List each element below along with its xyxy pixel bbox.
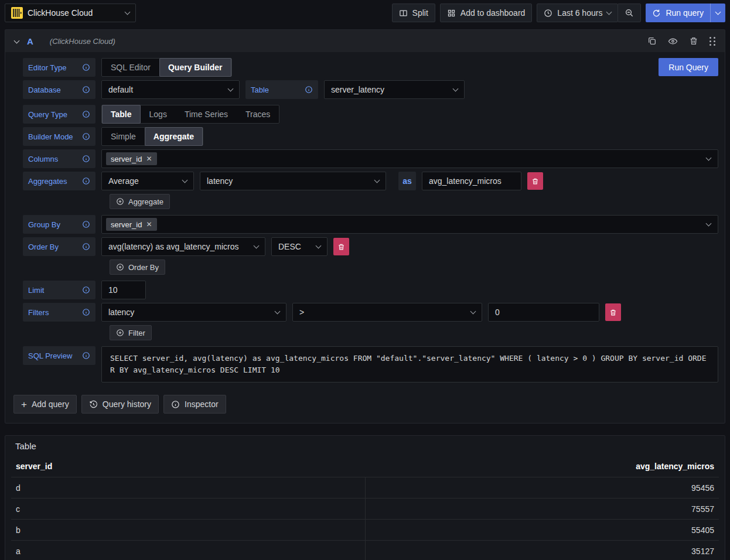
cell-server-id: b [11,520,365,540]
split-icon [399,9,408,18]
drag-handle-icon[interactable] [709,37,715,46]
table-panel: Table server_id avg_latency_micros d 954… [5,435,725,560]
panel-title: Table [5,436,725,452]
aggregate-as-label: as [398,172,416,190]
plus-circle-icon [116,263,124,271]
table-row: b 55405 [11,519,719,540]
info-circle-icon [171,400,180,409]
collapse-chevron-icon[interactable] [14,37,20,43]
filter-operator-select[interactable]: > [292,303,482,322]
add-to-dashboard-button[interactable]: Add to dashboard [440,4,533,22]
cell-server-id: c [11,498,365,519]
explore-toolbar: ClickHouse Cloud Split Add to dashboard … [0,0,730,26]
inspector-button[interactable]: Inspector [163,395,226,414]
chevron-down-icon [706,155,712,161]
database-label: Database [23,80,95,99]
remove-aggregate-button[interactable] [527,172,543,190]
filter-value-input[interactable] [488,303,599,322]
duplicate-query-button[interactable] [647,36,657,46]
editor-type-sql-editor[interactable]: SQL Editor [102,59,159,76]
chevron-down-icon [453,86,459,91]
add-query-button[interactable]: + Add query [13,395,77,414]
order-by-direction-select[interactable]: DESC [271,237,328,256]
apps-grid-icon [447,9,456,18]
info-icon [82,132,90,141]
info-icon [82,86,90,94]
run-query-options-button[interactable] [710,4,725,22]
query-type-label: Query Type [23,105,95,124]
chevron-down-icon [316,243,322,248]
chevron-down-icon [228,86,234,91]
order-by-expression-select[interactable]: avg(latency) as avg_latency_micros [101,237,265,256]
plus-circle-icon [116,329,124,337]
sql-preview-text: SELECT server_id, avg(latency) as avg_la… [101,346,718,383]
cell-server-id: d [11,477,365,498]
aggregate-column-select[interactable]: latency [200,172,386,190]
add-to-dashboard-label: Add to dashboard [460,8,526,18]
builder-mode-simple[interactable]: Simple [102,128,145,145]
limit-label: Limit [23,281,95,299]
chevron-down-icon [275,308,281,314]
column-header-avg-latency-micros[interactable]: avg_latency_micros [365,462,719,471]
info-icon [82,177,90,185]
query-ref-id: A [27,36,33,46]
zoom-out-button[interactable] [618,4,641,22]
builder-mode-aggregate[interactable]: Aggregate [145,127,203,146]
info-icon [82,286,90,294]
editor-type-query-builder[interactable]: Query Builder [159,58,231,77]
query-type-time-series[interactable]: Time Series [176,105,237,123]
group-by-multiselect[interactable]: server_id✕ [101,215,718,234]
clock-icon [544,9,552,18]
datasource-picker[interactable]: ClickHouse Cloud [5,4,136,22]
add-filter-button[interactable]: Filter [110,325,152,340]
results-table: server_id avg_latency_micros d 95456 c 7… [11,458,719,560]
query-datasource-hint: (ClickHouse Cloud) [50,37,115,46]
run-query-panel-button[interactable]: Run Query [659,58,718,76]
delete-query-button[interactable] [689,36,698,46]
query-type-table[interactable]: Table [102,105,141,124]
builder-mode-label: Builder Mode [23,127,95,146]
info-icon [82,220,90,228]
limit-input[interactable] [101,281,146,299]
add-aggregate-button[interactable]: Aggregate [110,194,170,209]
split-button[interactable]: Split [392,4,435,22]
remove-order-by-button[interactable] [333,238,349,255]
cell-server-id: a [11,541,365,560]
chevron-down-icon [125,9,131,15]
table-select[interactable]: server_latency [324,80,465,99]
split-label: Split [412,8,428,18]
table-row: a 35127 [11,540,719,560]
remove-chip-icon[interactable]: ✕ [146,155,152,162]
datasource-name: ClickHouse Cloud [28,8,121,18]
query-type-logs[interactable]: Logs [141,105,176,123]
trash-icon [531,177,539,185]
toggle-visibility-button[interactable] [668,36,678,46]
table-row: d 95456 [11,477,719,498]
clickhouse-logo-icon [11,7,23,19]
query-history-button[interactable]: Query history [81,395,159,414]
remove-chip-icon[interactable]: ✕ [146,221,152,228]
aggregate-function-select[interactable]: Average [101,172,194,190]
chevron-down-icon [254,243,260,248]
column-header-server-id[interactable]: server_id [11,462,365,471]
time-range-picker[interactable]: Last 6 hours [537,4,618,22]
filter-column-select[interactable]: latency [101,303,286,322]
columns-chip-server-id[interactable]: server_id✕ [106,152,157,165]
group-by-label: Group By [23,215,95,234]
columns-multiselect[interactable]: server_id✕ [101,149,718,168]
group-by-chip-server-id[interactable]: server_id✕ [106,218,157,231]
info-icon [305,86,313,94]
query-editor-panel: A (ClickHouse Cloud) Editor Type SQL Edi… [5,29,725,424]
table-row: c 75557 [11,498,719,519]
query-type-traces[interactable]: Traces [237,105,279,123]
add-order-by-button[interactable]: Order By [110,259,165,275]
plus-icon: + [21,399,27,409]
info-icon [82,351,90,360]
chevron-down-icon [715,9,721,15]
query-row-header[interactable]: A (ClickHouse Cloud) [5,30,725,52]
database-select[interactable]: default [101,80,240,99]
run-query-split-button[interactable]: Run query [646,4,725,22]
remove-filter-button[interactable] [605,303,621,321]
order-by-label: Order By [23,237,95,256]
aggregate-alias-input[interactable] [422,172,521,190]
